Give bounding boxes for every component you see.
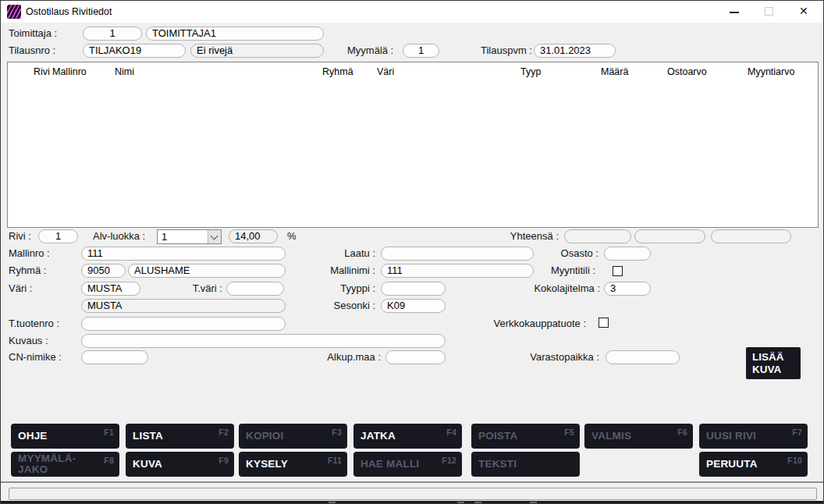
tyyppi-label: Tyyppi : — [313, 282, 375, 296]
fbutton-valmis: VALMISF6 — [584, 424, 693, 449]
status-separator — [1, 481, 823, 483]
myymala-label: Myymälä : — [347, 44, 393, 58]
tyyppi-field[interactable] — [381, 282, 446, 296]
myymala-field[interactable]: 1 — [403, 44, 439, 58]
kokolajitelma-label: Kokolajitelma : — [516, 282, 600, 296]
alv-percent-field: 14,00 — [229, 229, 278, 243]
vari-name-field: MUSTA — [81, 299, 286, 313]
fbutton-label: OHJE — [18, 431, 48, 442]
fkey-badge: F11 — [328, 455, 342, 466]
lisaa-kuva-line1: LISÄÄ — [752, 351, 801, 364]
ryhma-name-field[interactable]: ALUSHAME — [128, 264, 286, 278]
fbutton-label: KOPIOI — [246, 431, 283, 442]
yhteensa-field-3 — [711, 229, 791, 243]
yhteensa-label: Yhteensä : — [500, 229, 559, 243]
column-header-tyyp: Tyyp — [520, 66, 541, 77]
toimittaja-code-field[interactable]: 1 — [83, 27, 142, 41]
fkey-badge: F9 — [218, 455, 229, 466]
lisaa-kuva-line2: KUVA — [752, 364, 801, 376]
fkey-badge: F12 — [442, 455, 456, 466]
t-tuotenro-label: T.tuotenro : — [9, 317, 59, 331]
column-header-nimi: Nimi — [115, 66, 134, 77]
fbutton-label: JATKA — [360, 431, 396, 442]
ostotilaus-rivitiedot-window: Ostotilaus Rivitiedot ✕ Toimittaja : 1 T… — [0, 0, 824, 504]
sesonki-field[interactable]: K09 — [381, 299, 446, 313]
fbutton-ohje[interactable]: OHJEF1 — [11, 424, 119, 449]
mallinimi-field[interactable]: 111 — [381, 264, 534, 278]
vari-field[interactable]: MUSTA — [81, 282, 140, 296]
taskbar-edge — [1, 501, 823, 504]
fbutton-peruuta[interactable]: PERUUTAF10 — [699, 452, 808, 477]
titlebar: Ostotilaus Rivitiedot ✕ — [1, 1, 823, 23]
osasto-field[interactable] — [604, 247, 651, 261]
fbutton-kuva[interactable]: KUVAF9 — [126, 452, 234, 477]
lisaa-kuva-button[interactable]: LISÄÄ KUVA — [746, 347, 801, 379]
order-rows-table[interactable]: RiviMallinroNimiRyhmäVäriTyypMääräOstoar… — [7, 62, 819, 228]
verkkokauppatuote-checkbox[interactable] — [598, 318, 609, 328]
verkkokauppatuote-label: Verkkokauppatuote : — [485, 317, 586, 331]
tilauspvm-field[interactable]: 31.01.2023 — [534, 44, 616, 58]
varastopaikka-field[interactable] — [606, 350, 680, 364]
table-body[interactable] — [8, 80, 818, 227]
fkey-badge: F7 — [792, 427, 802, 438]
rivi-field[interactable]: 1 — [38, 229, 78, 243]
fkey-badge: F8 — [104, 455, 114, 466]
laatu-field[interactable] — [381, 247, 534, 261]
fbutton-uusi-rivi: UUSI RIVIF7 — [699, 424, 808, 449]
mallinro-label: Mallinro : — [9, 247, 50, 261]
kokolajitelma-field[interactable]: 3 — [604, 282, 651, 296]
fbutton-myym-l-jako: MYYMÄLÄ-JAKOF8 — [11, 452, 119, 477]
tilausnro-label: Tilausnro : — [9, 44, 55, 58]
maximize-button — [756, 1, 783, 21]
fkey-badge: F4 — [446, 427, 456, 438]
fbutton-jatka[interactable]: JATKAF4 — [353, 424, 462, 449]
laatu-label: Laatu : — [313, 247, 375, 261]
fkey-badge: F1 — [104, 427, 114, 438]
toimittaja-name-field[interactable]: TOIMITTAJA1 — [146, 27, 324, 41]
toimittaja-label: Toimittaja : — [9, 27, 57, 41]
column-header-ostoarvo: Ostoarvo — [667, 66, 707, 77]
minimize-button[interactable] — [721, 1, 748, 21]
fkey-badge: F6 — [677, 427, 687, 438]
close-button[interactable]: ✕ — [793, 1, 819, 21]
sesonki-label: Sesonki : — [313, 299, 375, 313]
rivi-label: Rivi : — [9, 229, 31, 243]
fbutton-label: PERUUTA — [706, 459, 758, 470]
fbutton-kysely[interactable]: KYSELYF11 — [239, 452, 347, 477]
column-header-rivi: Rivi — [34, 66, 50, 77]
alkup-maa-field[interactable] — [385, 350, 446, 364]
fbutton-lista[interactable]: LISTAF2 — [126, 424, 234, 449]
fbutton-label: KYSELY — [246, 459, 288, 470]
fbutton-label: POISTA — [478, 431, 517, 442]
t-vari-field[interactable] — [226, 282, 284, 296]
mallinro-field[interactable]: 111 — [81, 247, 286, 261]
fbutton-poista: POISTAF5 — [471, 424, 580, 449]
ryhma-code-field[interactable]: 9050 — [81, 264, 126, 278]
maximize-icon — [765, 7, 773, 16]
vari-label: Väri : — [9, 282, 32, 296]
mallinimi-label: Mallinimi : — [313, 264, 375, 278]
yhteensa-field-2 — [634, 229, 705, 243]
window-title: Ostotilaus Rivitiedot — [26, 6, 112, 17]
column-header-määrä: Määrä — [601, 66, 628, 77]
cn-nimike-label: CN-nimike : — [9, 350, 62, 364]
column-header-väri: Väri — [377, 66, 394, 77]
t-tuotenro-field[interactable] — [81, 317, 286, 331]
tilausnro-field[interactable]: TILJAKO19 — [83, 44, 186, 58]
alv-luokka-value: 1 — [162, 231, 167, 243]
fbutton-label: MYYMÄLÄ-JAKO — [18, 453, 96, 475]
cn-nimike-field[interactable] — [81, 350, 148, 364]
myyntitili-checkbox[interactable] — [613, 266, 623, 276]
fbutton-label: HAE MALLI — [360, 459, 419, 470]
status-bar — [9, 488, 817, 500]
fbutton-teksti: TEKSTI — [471, 452, 580, 477]
alkup-maa-label: Alkup.maa : — [318, 350, 381, 364]
chevron-down-icon[interactable] — [208, 230, 221, 243]
fbutton-hae-malli: HAE MALLIF12 — [353, 452, 462, 477]
fkey-badge: F3 — [332, 427, 342, 438]
kuvaus-field[interactable] — [81, 334, 446, 348]
alv-luokka-select[interactable]: 1 — [157, 229, 222, 244]
kuvaus-label: Kuvaus : — [9, 334, 48, 348]
percent-label: % — [287, 229, 297, 243]
rows-status-field: Ei rivejä — [190, 44, 324, 58]
